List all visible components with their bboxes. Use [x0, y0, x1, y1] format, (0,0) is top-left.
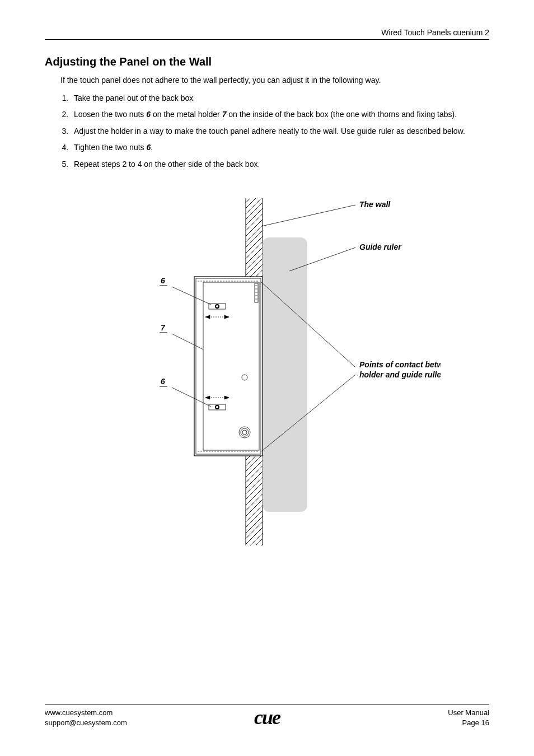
footer-left: www.cuesystem.com support@cuesystem.com [45, 708, 127, 728]
label-wall: The wall [359, 200, 391, 209]
svg-rect-0 [246, 198, 263, 277]
footer-logo: cue [254, 706, 280, 729]
step-2: Loosen the two nuts 6 on the metal holde… [71, 109, 489, 120]
header-title: Wired Touch Panels cuenium 2 [381, 28, 489, 37]
label-6a: 6 [161, 276, 165, 285]
ref-6: 6 [146, 110, 151, 119]
svg-line-34 [261, 205, 355, 226]
step-4: Tighten the two nuts 6. [71, 142, 489, 153]
svg-point-20 [216, 305, 218, 307]
step-5: Repeat steps 2 to 4 on the other side of… [71, 159, 489, 170]
svg-rect-3 [246, 456, 263, 545]
label-contact-2: holder and guide ruller [359, 370, 441, 379]
footer-url: www.cuesystem.com [45, 708, 127, 718]
label-ruler: Guide ruler [359, 242, 402, 251]
logo-text: cue [254, 706, 280, 729]
footer-email: support@cuesystem.com [45, 718, 127, 728]
step-3: Adjust the holder in a way to make the t… [71, 126, 489, 137]
label-6b: 6 [161, 377, 165, 386]
page-header: Wired Touch Panels cuenium 2 [45, 28, 489, 40]
label-contact-1: Points of contact between [359, 360, 441, 369]
page-footer: www.cuesystem.com support@cuesystem.com … [45, 704, 489, 728]
svg-rect-6 [263, 237, 307, 512]
section-heading: Adjusting the Panel on the Wall [45, 55, 489, 68]
steps-list: Take the panel out of the back box Loose… [71, 93, 489, 170]
footer-page: Page 16 [448, 718, 489, 728]
figure: The wall Guide ruler Points of contact b… [45, 198, 489, 557]
footer-right: User Manual Page 16 [448, 708, 489, 728]
svg-point-30 [216, 406, 218, 408]
footer-manual: User Manual [448, 708, 489, 718]
step-1: Take the panel out of the back box [71, 93, 489, 104]
intro-text: If the touch panel does not adhere to th… [60, 75, 489, 86]
label-7: 7 [161, 323, 166, 332]
diagram-svg: The wall Guide ruler Points of contact b… [93, 198, 441, 545]
